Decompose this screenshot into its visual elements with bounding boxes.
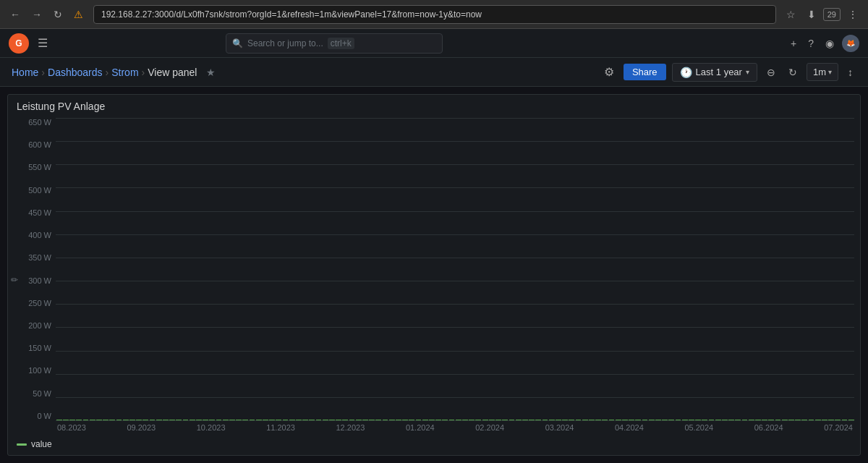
grafana-logo: G [9, 33, 29, 54]
browser-actions: ☆ ⬇ 29 ⋮ [782, 6, 862, 23]
search-placeholder-text: Search or jump to... [247, 38, 323, 48]
x-axis-label: 07.2024 [824, 423, 853, 432]
warning-button[interactable]: ⚠ [69, 7, 88, 22]
breadcrumb-current: View panel [148, 67, 197, 78]
favorite-star[interactable]: ★ [204, 64, 218, 80]
y-axis-label: 250 W [28, 299, 51, 307]
help-button[interactable]: ? [804, 35, 817, 52]
x-axis-label: 01.2024 [406, 423, 435, 432]
grafana-navbar: Home › Dashboards › Strom › View panel ★… [0, 58, 868, 87]
tab-count-button[interactable]: 29 [823, 8, 841, 21]
x-axis-label: 02.2024 [475, 423, 504, 432]
y-axis-label: 550 W [28, 163, 51, 171]
breadcrumb: Home › Dashboards › Strom › View panel [12, 67, 197, 78]
navbar-right: ⚙ Share 🕐 Last 1 year ▾ ⊖ ↻ 1m ▾ ↕ [600, 61, 856, 82]
y-axis-label: 50 W [33, 389, 51, 398]
panel: Leistung PV Anlage 650 W600 W550 W500 W4… [7, 94, 861, 456]
edit-icon: ✏ [11, 275, 18, 285]
breadcrumb-dashboards[interactable]: Dashboards [48, 67, 103, 78]
y-axis-label: 650 W [28, 118, 51, 127]
y-axis-label: 350 W [28, 253, 51, 262]
refresh-interval-button[interactable]: 1m ▾ [807, 63, 838, 81]
x-axis-label: 10.2023 [197, 423, 226, 432]
clock-icon: 🕐 [680, 67, 692, 78]
time-range-button[interactable]: 🕐 Last 1 year ▾ [672, 63, 757, 82]
topbar-right: + ? ◉ 🦊 [787, 35, 859, 52]
avatar[interactable]: 🦊 [842, 35, 859, 52]
y-axis-label: 0 W [37, 412, 51, 420]
bookmark-button[interactable]: ☆ [782, 6, 800, 23]
notifications-button[interactable]: ◉ [822, 35, 838, 52]
refresh-interval-chevron: ▾ [828, 68, 832, 76]
y-axis-label: 100 W [28, 366, 51, 375]
breadcrumb-sep-3: › [142, 67, 145, 78]
chart-area: 650 W600 W550 W500 W450 W400 W350 W300 W… [14, 118, 854, 435]
x-axis: 08.202309.202310.202311.202312.202301.20… [56, 420, 854, 435]
breadcrumb-sep-2: › [106, 67, 109, 78]
y-axis-label: 500 W [28, 186, 51, 195]
dashboard-area: Leistung PV Anlage 650 W600 W550 W500 W4… [0, 87, 868, 463]
y-axis: 650 W600 W550 W500 W450 W400 W350 W300 W… [14, 118, 56, 435]
y-axis-label: 450 W [28, 208, 51, 217]
legend: value [14, 439, 854, 449]
time-range-chevron: ▾ [746, 68, 749, 76]
forward-button[interactable]: → [27, 7, 46, 22]
share-button[interactable]: Share [624, 64, 666, 80]
grafana-topbar: G ☰ 🔍 Search or jump to... ctrl+k + ? ◉ … [0, 29, 868, 58]
reload-button[interactable]: ↻ [49, 7, 67, 22]
y-axis-label: 600 W [28, 140, 51, 149]
search-shortcut: ctrl+k [328, 38, 354, 49]
refresh-button[interactable]: ↻ [785, 63, 801, 82]
chart-body: 08.202309.202310.202311.202312.202301.20… [56, 118, 854, 435]
x-axis-label: 03.2024 [545, 423, 574, 432]
panel-title: Leistung PV Anlage [14, 101, 854, 112]
hamburger-menu[interactable]: ☰ [35, 33, 51, 53]
x-axis-label: 09.2023 [127, 423, 156, 432]
browser-chrome: ← → ↻ ⚠ 192.168.2.27:3000/d/Lx0fh7snk/st… [0, 0, 868, 29]
y-axis-label: 150 W [28, 344, 51, 352]
bars-container [56, 118, 854, 420]
browser-controls: ← → ↻ ⚠ [6, 7, 88, 22]
y-axis-label: 300 W [28, 276, 51, 285]
search-icon: 🔍 [232, 38, 243, 48]
refresh-interval-label: 1m [813, 67, 826, 77]
x-axis-label: 04.2024 [615, 423, 644, 432]
legend-label: value [31, 439, 52, 449]
x-axis-label: 11.2023 [266, 423, 295, 432]
breadcrumb-strom[interactable]: Strom [111, 67, 138, 78]
breadcrumb-sep-1: › [41, 67, 45, 78]
x-axis-label: 08.2023 [57, 423, 86, 432]
y-axis-label: 200 W [28, 321, 51, 330]
breadcrumb-home[interactable]: Home [12, 67, 38, 78]
back-button[interactable]: ← [6, 7, 25, 22]
search-bar[interactable]: 🔍 Search or jump to... ctrl+k [226, 33, 443, 54]
browser-menu-button[interactable]: ⋮ [843, 6, 862, 23]
url-text: 192.168.2.27:3000/d/Lx0fh7snk/strom?orgI… [101, 9, 482, 20]
expand-button[interactable]: ↕ [844, 63, 856, 82]
time-range-label: Last 1 year [696, 67, 742, 77]
x-axis-label: 06.2024 [754, 423, 783, 432]
y-axis-label: 400 W [28, 231, 51, 239]
add-button[interactable]: + [787, 35, 800, 52]
settings-button[interactable]: ⚙ [600, 61, 618, 82]
legend-color [17, 443, 27, 446]
x-axis-label: 12.2023 [336, 423, 365, 432]
x-axis-label: 05.2024 [684, 423, 713, 432]
address-bar[interactable]: 192.168.2.27:3000/d/Lx0fh7snk/strom?orgI… [93, 5, 776, 24]
download-button[interactable]: ⬇ [803, 6, 820, 23]
avatar-icon: 🦊 [846, 39, 855, 47]
zoom-out-button[interactable]: ⊖ [763, 63, 779, 82]
